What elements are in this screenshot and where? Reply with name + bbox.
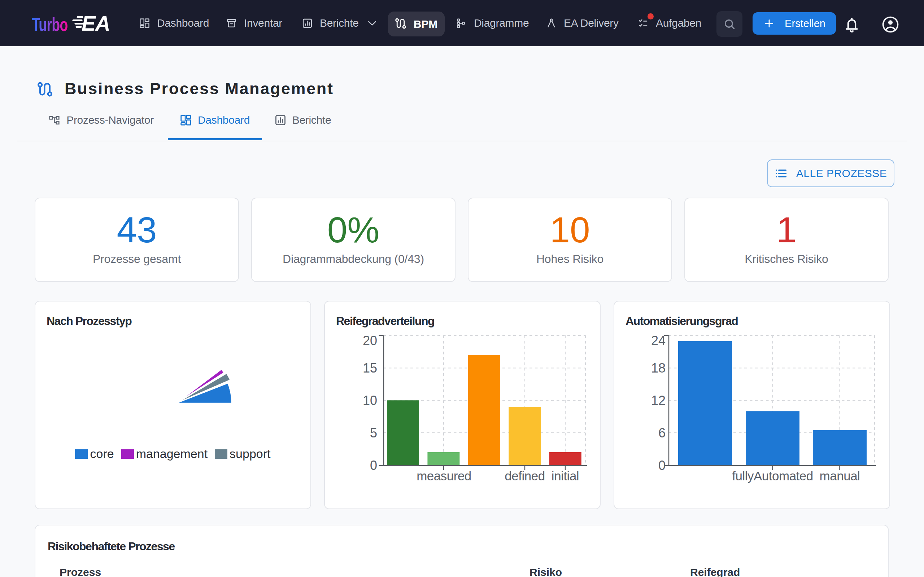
svg-text:5: 5: [370, 425, 377, 440]
svg-text:15: 15: [363, 361, 377, 376]
svg-text:measured: measured: [417, 469, 472, 483]
svg-text:24: 24: [651, 333, 666, 348]
svg-text:6: 6: [658, 425, 666, 440]
svg-text:defined: defined: [505, 469, 544, 483]
svg-text:fullyAutomated: fullyAutomated: [732, 469, 813, 483]
svg-text:12: 12: [651, 393, 666, 408]
svg-text:20: 20: [363, 333, 377, 348]
svg-text:0: 0: [658, 458, 666, 473]
svg-text:initial: initial: [551, 469, 579, 483]
svg-text:10: 10: [363, 393, 377, 408]
svg-text:manual: manual: [820, 469, 860, 483]
svg-text:0: 0: [370, 458, 377, 473]
svg-text:18: 18: [651, 361, 666, 376]
